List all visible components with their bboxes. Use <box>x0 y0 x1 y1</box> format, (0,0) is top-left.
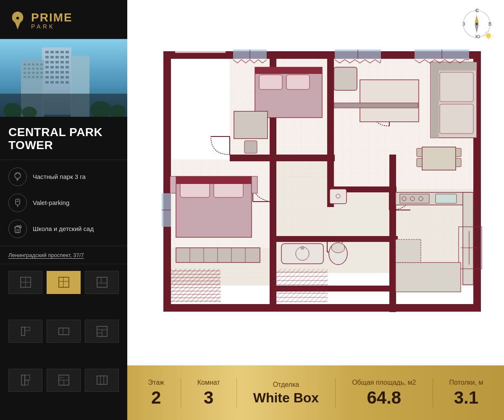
svg-rect-26 <box>60 71 64 74</box>
svg-text:В: В <box>488 21 491 26</box>
svg-rect-13 <box>45 61 49 63</box>
logo-area: PRIME PARK <box>0 0 127 39</box>
area-value: 64.8 <box>367 389 401 407</box>
floor-plan-area: С Ю В З <box>127 0 504 365</box>
logo-park: PARK <box>31 24 73 29</box>
svg-rect-34 <box>50 81 54 84</box>
floor-plan-6[interactable] <box>85 320 119 343</box>
logo-icon <box>8 10 27 31</box>
building-image <box>0 39 127 117</box>
svg-rect-136 <box>327 51 334 165</box>
svg-rect-7 <box>66 51 69 53</box>
fp-icon-5 <box>57 325 71 338</box>
svg-line-111 <box>491 37 492 38</box>
floor-plan-3[interactable] <box>85 271 119 294</box>
svg-rect-91 <box>25 380 28 385</box>
svg-rect-90 <box>25 375 30 380</box>
divider-2 <box>236 378 237 407</box>
svg-rect-199 <box>334 67 357 90</box>
svg-rect-4 <box>50 51 54 53</box>
svg-rect-42 <box>36 63 39 66</box>
park-text: Частный парк 3 га <box>33 173 86 180</box>
svg-rect-129 <box>163 51 171 312</box>
svg-point-210 <box>331 243 345 253</box>
floor-plan-2[interactable] <box>47 271 81 294</box>
park-icon-circle <box>8 168 27 186</box>
svg-rect-81 <box>21 327 25 336</box>
svg-point-208 <box>301 246 304 249</box>
svg-rect-201 <box>422 147 456 170</box>
floor-plan-1[interactable] <box>8 271 42 294</box>
svg-rect-192 <box>244 141 257 153</box>
svg-rect-35 <box>55 81 59 84</box>
fp-icon-4 <box>19 325 32 338</box>
svg-rect-31 <box>60 76 64 79</box>
svg-rect-143 <box>389 186 396 243</box>
svg-rect-54 <box>24 76 26 78</box>
floor-plans-grid <box>0 264 127 420</box>
svg-rect-167 <box>170 269 220 302</box>
svg-rect-131 <box>163 304 481 312</box>
area-label: Общая площадь, м2 <box>352 379 416 386</box>
svg-point-105 <box>486 33 491 38</box>
divider-4 <box>433 378 433 407</box>
svg-rect-137 <box>230 155 335 161</box>
svg-rect-48 <box>40 68 43 70</box>
area-stat: Общая площадь, м2 64.8 <box>352 379 416 407</box>
svg-rect-9 <box>50 56 54 58</box>
floor-plan-8[interactable] <box>47 369 81 392</box>
svg-rect-195 <box>430 62 439 138</box>
svg-rect-32 <box>66 76 69 79</box>
svg-point-0 <box>16 16 19 20</box>
fp-icon-6 <box>95 325 109 338</box>
svg-rect-190 <box>286 75 310 89</box>
svg-rect-43 <box>40 63 43 66</box>
svg-point-65 <box>15 173 21 178</box>
floor-plan-7[interactable] <box>8 369 42 392</box>
svg-rect-23 <box>45 71 49 74</box>
svg-rect-160 <box>252 176 257 193</box>
floor-plan-5[interactable] <box>47 320 81 343</box>
svg-rect-197 <box>440 104 473 134</box>
floor-stat: Этаж 2 <box>148 379 164 407</box>
svg-rect-22 <box>66 66 69 68</box>
finish-value: White Box <box>253 391 319 404</box>
svg-rect-198 <box>360 80 419 122</box>
plan-container <box>136 8 491 357</box>
stats-bar: Этаж 2 Комнат 3 Отделка White Box Общая … <box>127 365 504 420</box>
svg-rect-45 <box>28 68 30 70</box>
amenity-valet: Valet-parking <box>8 194 119 212</box>
main-area: С Ю В З <box>127 0 504 420</box>
compass: С Ю В З <box>460 6 494 40</box>
svg-rect-33 <box>45 81 49 84</box>
ceiling-label: Потолки, м <box>449 379 483 386</box>
svg-rect-161 <box>176 248 260 262</box>
fp-icon-8 <box>57 373 71 387</box>
svg-rect-224 <box>396 239 421 262</box>
svg-rect-55 <box>28 76 30 78</box>
svg-rect-27 <box>66 71 69 74</box>
rooms-label: Комнат <box>197 379 220 386</box>
svg-rect-78 <box>97 277 107 287</box>
floor-plan-9[interactable] <box>85 369 119 392</box>
svg-point-100 <box>475 23 478 25</box>
building-title: CENTRAL PARK TOWER <box>8 126 119 152</box>
svg-rect-50 <box>28 72 30 74</box>
fp-icon-3 <box>95 276 109 289</box>
svg-rect-75 <box>59 277 69 287</box>
svg-rect-14 <box>50 61 54 63</box>
svg-text:Ю: Ю <box>475 34 480 39</box>
svg-rect-140 <box>270 236 398 242</box>
building-title-area: CENTRAL PARK TOWER <box>0 117 127 160</box>
svg-rect-159 <box>170 176 176 193</box>
svg-text:З: З <box>462 21 465 26</box>
svg-rect-47 <box>36 68 39 70</box>
svg-rect-134 <box>230 51 233 59</box>
floor-plan-4[interactable] <box>8 320 42 343</box>
address-text: Ленинградский проспект, 37/7 <box>8 252 84 258</box>
park-icon <box>12 171 23 182</box>
compass-svg: С Ю В З <box>460 6 494 40</box>
amenity-park: Частный парк 3 га <box>8 168 119 186</box>
fp-icon-7 <box>19 373 32 387</box>
fp-icon-9 <box>95 373 109 387</box>
